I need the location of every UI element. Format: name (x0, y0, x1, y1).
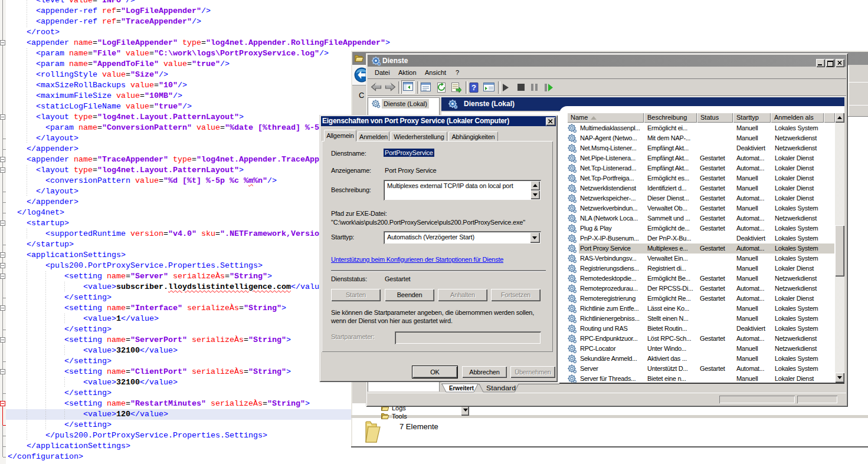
svg-text:Standard: Standard (486, 384, 516, 391)
svg-text:Erweitert: Erweitert (449, 384, 474, 391)
svg-text:?: ? (471, 83, 476, 92)
